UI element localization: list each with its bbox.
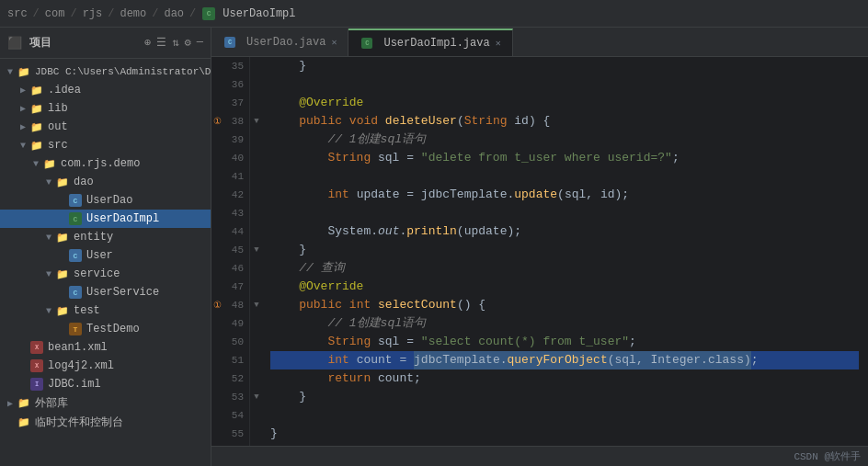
- breadcrumb-class-icon: C: [201, 6, 216, 21]
- ln-49: 49: [211, 314, 249, 333]
- service-folder-icon: 📁: [55, 267, 70, 281]
- editor-area: C UserDao.java ✕ C UserDaoImpl.java ✕ 35…: [211, 28, 868, 466]
- tree-item-test[interactable]: ▼ 📁 test: [0, 301, 211, 320]
- ln-38: ①38: [211, 112, 249, 131]
- fold-40: [250, 149, 263, 167]
- entity-label: entity: [74, 231, 113, 244]
- tree-item-lib[interactable]: ▶ 📁 lib: [0, 99, 211, 118]
- settings-icon[interactable]: ⚙: [185, 36, 191, 50]
- bc-com[interactable]: com: [45, 7, 65, 20]
- tree-item-testdemo[interactable]: T TestDemo: [0, 320, 211, 338]
- fold-42: [250, 186, 263, 204]
- ln-50: 50: [211, 333, 249, 351]
- fold-43: [250, 204, 263, 222]
- tree-item-package[interactable]: ▼ 📁 com.rjs.demo: [0, 154, 211, 173]
- fold-39: [250, 131, 263, 149]
- ln-46: 46: [211, 259, 249, 278]
- ln-45: 45: [211, 241, 249, 259]
- fold-37: [250, 94, 263, 112]
- ln-52: 52: [211, 369, 249, 388]
- add-icon[interactable]: ⊕: [144, 36, 151, 50]
- tree-jdbc-root[interactable]: ▼ 📁 JDBC C:\Users\Administrator\De...: [0, 63, 211, 81]
- ln-43: 43: [211, 204, 249, 222]
- tree-item-userdaoimpl[interactable]: C UserDaoImpl: [0, 210, 211, 228]
- bc-rjs[interactable]: rjs: [83, 7, 103, 20]
- fold-53[interactable]: ▼: [250, 388, 263, 406]
- tree-item-extlibs[interactable]: ▶ 📁 外部库: [0, 393, 211, 413]
- minimize-icon[interactable]: —: [197, 36, 203, 50]
- line-numbers: 35 36 37 ①38 39 40 41 42 43 44 45 46 47 …: [211, 57, 250, 446]
- tree-item-src[interactable]: ▼ 📁 src: [0, 136, 211, 154]
- fold-45[interactable]: ▼: [250, 241, 263, 259]
- tree-item-service[interactable]: ▼ 📁 service: [0, 265, 211, 283]
- tab-userdao-close[interactable]: ✕: [331, 37, 337, 48]
- bc-src[interactable]: src: [7, 7, 28, 20]
- userservice-label: UserService: [86, 286, 159, 299]
- fold-51: [250, 351, 263, 369]
- fold-49: [250, 314, 263, 333]
- ln-44: 44: [211, 222, 249, 241]
- tab-userdaoimpl[interactable]: C UserDaoImpl.java ✕: [348, 28, 512, 56]
- bc-userdaoimpl[interactable]: UserDaoImpl: [223, 7, 295, 20]
- code-line-45: }: [270, 241, 859, 259]
- tree-item-log4j2xml[interactable]: X log4j2.xml: [0, 357, 211, 375]
- fold-52: [250, 369, 263, 388]
- code-line-40: String sql = "delete from t_user where u…: [270, 149, 859, 167]
- tab-userdaoimpl-label: UserDaoImpl.java: [383, 37, 489, 50]
- scroll-gutter[interactable]: [859, 57, 868, 446]
- tree-item-user[interactable]: C User: [0, 246, 211, 265]
- fold-55: [250, 425, 263, 443]
- tree-item-idea[interactable]: ▶ 📁 .idea: [0, 81, 211, 99]
- tree-item-userdao[interactable]: C UserDao: [0, 191, 211, 210]
- code-lines[interactable]: } @Override public void deleteUser (: [263, 57, 859, 446]
- tab-userdao-icon: C: [223, 35, 237, 50]
- tree-item-dao[interactable]: ▼ 📁 dao: [0, 173, 211, 191]
- dao-folder-icon: 📁: [55, 175, 70, 189]
- extlibs-folder-icon: 📁: [17, 396, 31, 411]
- entity-folder-icon: 📁: [55, 230, 70, 244]
- tab-userdao[interactable]: C UserDao.java ✕: [211, 28, 348, 56]
- sidebar-toolbar: ⊕ ☰ ⇅ ⚙ —: [144, 36, 203, 50]
- fold-54: [250, 406, 263, 425]
- user-label: User: [86, 249, 113, 262]
- bc-demo[interactable]: demo: [120, 7, 146, 20]
- tree-item-jdbciml[interactable]: I JDBC.iml: [0, 375, 211, 393]
- ln-40: 40: [211, 149, 249, 167]
- code-line-50: String sql = "select count(*) from t_use…: [270, 333, 859, 351]
- breadcrumb-bar: src / com / rjs / demo / dao / C UserDao…: [0, 0, 868, 28]
- code-editor[interactable]: 35 36 37 ①38 39 40 41 42 43 44 45 46 47 …: [211, 57, 868, 446]
- fold-48[interactable]: ▼: [250, 296, 263, 314]
- code-line-48: public int selectCount () {: [270, 296, 859, 314]
- ln-36: 36: [211, 75, 249, 94]
- testdemo-label: TestDemo: [86, 323, 140, 335]
- log4j2xml-label: log4j2.xml: [48, 359, 114, 372]
- ln-39: 39: [211, 131, 249, 149]
- tree-item-out[interactable]: ▶ 📁 out: [0, 118, 211, 136]
- ln-54: 54: [211, 406, 249, 425]
- bc-dao[interactable]: dao: [164, 7, 184, 20]
- tree-item-scratch[interactable]: 📁 临时文件和控制台: [0, 413, 211, 432]
- code-line-37: @Override: [270, 94, 859, 112]
- lib-label: lib: [48, 102, 68, 115]
- tab-userdaoimpl-icon: C: [360, 36, 374, 51]
- jdbciml-label: JDBC.iml: [48, 378, 101, 391]
- fold-gutter: ▼ ▼ ▼ ▼: [250, 57, 263, 446]
- testdemo-class-icon: T: [68, 322, 83, 336]
- tabs-bar: C UserDao.java ✕ C UserDaoImpl.java ✕: [211, 28, 868, 57]
- tree-item-bean1xml[interactable]: X bean1.xml: [0, 338, 211, 357]
- list-icon[interactable]: ☰: [156, 36, 166, 50]
- userdao-class-icon: C: [68, 193, 83, 208]
- fold-38[interactable]: ▼: [250, 112, 263, 131]
- package-folder-icon: 📁: [42, 156, 57, 171]
- tree-item-userservice[interactable]: C UserService: [0, 283, 211, 301]
- service-label: service: [74, 267, 120, 280]
- test-label: test: [74, 304, 100, 317]
- tab-userdaoimpl-close[interactable]: ✕: [496, 38, 501, 49]
- code-line-42: int update = jdbcTemplate. update (sql, …: [270, 186, 859, 204]
- ln-48: ①48: [211, 296, 249, 314]
- sort-icon[interactable]: ⇅: [172, 36, 178, 50]
- code-line-36: [270, 75, 859, 94]
- user-class-icon: C: [68, 248, 83, 263]
- sidebar-header: ⬛ 项目 ⊕ ☰ ⇅ ⚙ —: [0, 28, 211, 59]
- tree-item-entity[interactable]: ▼ 📁 entity: [0, 228, 211, 246]
